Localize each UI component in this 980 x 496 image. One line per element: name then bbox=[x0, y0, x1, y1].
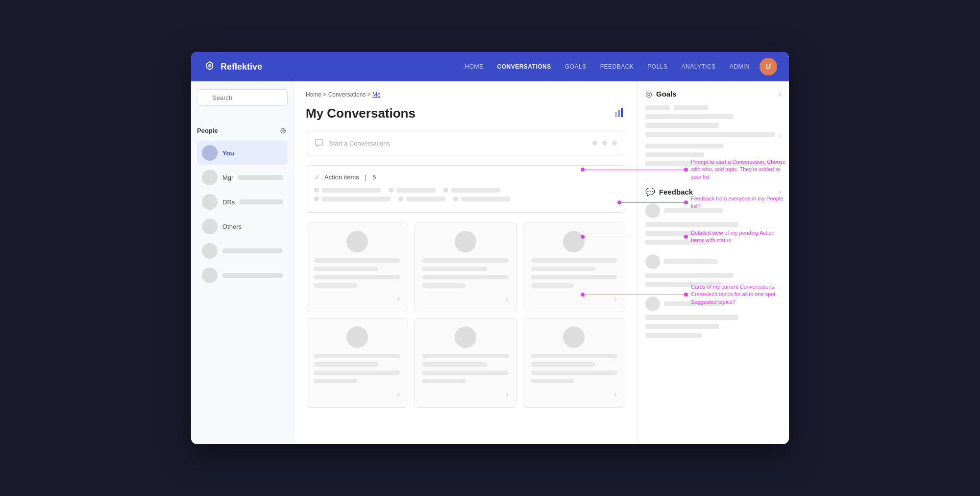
feedback-lines bbox=[645, 203, 781, 338]
conv-card-5[interactable]: › bbox=[414, 318, 516, 408]
chevron-right-icon: › bbox=[506, 294, 509, 304]
content-area: Home > Conversations > Me My Conversatio… bbox=[294, 81, 789, 444]
action-ph-1 bbox=[322, 188, 381, 193]
card-line bbox=[422, 379, 466, 383]
sidebar-item-mgr[interactable]: Mgr bbox=[197, 166, 288, 189]
card-avatar-5 bbox=[455, 326, 476, 348]
avatar[interactable]: U bbox=[760, 58, 777, 75]
card-footer-2: › bbox=[422, 294, 508, 304]
chat-bubble-icon bbox=[314, 138, 324, 148]
breadcrumb-home[interactable]: Home bbox=[306, 91, 321, 98]
card-line bbox=[531, 362, 595, 367]
goals-row-2: › bbox=[645, 132, 781, 140]
action-ph-5 bbox=[406, 197, 445, 201]
conv-card-2[interactable]: › bbox=[414, 223, 516, 312]
card-avatar-1 bbox=[346, 231, 368, 252]
goals-arrow-icon[interactable]: › bbox=[779, 90, 781, 99]
add-people-button[interactable]: ⊕ bbox=[278, 125, 288, 135]
feedback-ph-3 bbox=[645, 231, 724, 236]
sidebar-item-others-label: Others bbox=[222, 223, 242, 230]
card-line bbox=[531, 258, 617, 263]
action-ph-4 bbox=[322, 197, 391, 201]
search-wrapper: 🔍 bbox=[197, 89, 288, 116]
chevron-right-icon: › bbox=[397, 389, 400, 399]
conv-card-1[interactable]: › bbox=[306, 223, 408, 312]
action-ph-2 bbox=[396, 188, 436, 193]
feedback-avatar-3 bbox=[645, 297, 660, 311]
start-conversation-bar[interactable]: Start a Conversations bbox=[306, 131, 625, 155]
sidebar-item-drs[interactable]: DRs bbox=[197, 190, 288, 214]
goals-ph-2 bbox=[674, 105, 708, 110]
sidebar-item-extra1[interactable] bbox=[197, 239, 288, 263]
goals-ph-5 bbox=[645, 132, 775, 137]
feedback-ph-6 bbox=[645, 273, 734, 278]
sidebar-item-extra2[interactable] bbox=[197, 264, 288, 287]
goals-row-1 bbox=[645, 105, 781, 110]
cards-grid: › › bbox=[306, 223, 625, 408]
breadcrumb-current[interactable]: Me bbox=[372, 91, 381, 98]
feedback-ph-8 bbox=[664, 301, 725, 306]
page-title: My Conversations bbox=[306, 106, 416, 121]
goals-ph-8 bbox=[645, 161, 775, 166]
feedback-row-3 bbox=[645, 297, 781, 311]
feedback-arrow-icon[interactable]: › bbox=[779, 188, 781, 197]
drs-placeholder bbox=[240, 199, 283, 204]
goals-ph-1 bbox=[645, 105, 670, 110]
goals-ph-7 bbox=[645, 152, 704, 157]
goals-icon: ◎ bbox=[645, 89, 652, 99]
nav-analytics[interactable]: ANALYTICS bbox=[682, 63, 716, 70]
check-circle-icon: ✓ bbox=[314, 173, 320, 182]
top-nav: Reflektive HOME CONVERSATIONS GOALS FEED… bbox=[191, 52, 789, 81]
nav-home[interactable]: HOME bbox=[465, 63, 483, 70]
page-header: My Conversations bbox=[306, 106, 625, 121]
card-line bbox=[314, 258, 400, 263]
card-avatar-2 bbox=[455, 231, 476, 252]
nav-polls[interactable]: POLLS bbox=[647, 63, 667, 70]
card-line bbox=[531, 267, 595, 271]
main-panel: Home > Conversations > Me My Conversatio… bbox=[294, 81, 637, 444]
nav-goals[interactable]: GOALS bbox=[565, 63, 587, 70]
avatar-mgr bbox=[202, 170, 218, 185]
sidebar-item-you[interactable]: You bbox=[197, 141, 288, 165]
action-item-5 bbox=[398, 197, 445, 201]
action-items-count: 5 bbox=[372, 174, 376, 181]
feedback-ph-9 bbox=[645, 315, 738, 320]
nav-admin[interactable]: ADMIN bbox=[730, 63, 750, 70]
feedback-icon: 💬 bbox=[645, 187, 655, 197]
conv-card-6[interactable]: › bbox=[523, 318, 625, 408]
card-avatar-4 bbox=[346, 326, 368, 348]
card-line bbox=[422, 258, 508, 263]
card-lines-3 bbox=[531, 258, 617, 288]
nav-feedback[interactable]: FEEDBACK bbox=[600, 63, 634, 70]
feedback-ph-2 bbox=[645, 222, 738, 227]
sidebar-item-drs-label: DRs bbox=[222, 198, 235, 206]
goals-chevron: › bbox=[779, 132, 781, 140]
card-line bbox=[314, 362, 378, 367]
action-row-1 bbox=[314, 188, 617, 193]
people-label: People bbox=[197, 127, 218, 134]
card-line bbox=[422, 354, 508, 358]
people-header: People ⊕ bbox=[197, 125, 288, 135]
sidebar-item-others[interactable]: Others bbox=[197, 215, 288, 238]
action-item-4 bbox=[314, 197, 391, 201]
goals-ph-6 bbox=[645, 144, 724, 149]
card-line bbox=[531, 275, 617, 279]
avatar-extra2 bbox=[202, 268, 218, 283]
goals-row-3: › bbox=[645, 161, 781, 169]
chart-icon[interactable] bbox=[614, 107, 625, 120]
feedback-ph-11 bbox=[645, 333, 702, 338]
feedback-row-1 bbox=[645, 203, 781, 218]
avatar-others bbox=[202, 219, 218, 234]
goals-ph-4 bbox=[645, 123, 719, 128]
sidebar-item-mgr-label: Mgr bbox=[222, 174, 233, 181]
card-line bbox=[314, 283, 357, 288]
nav-conversations[interactable]: CONVERSATIONS bbox=[497, 63, 551, 70]
chevron-right-icon: › bbox=[614, 389, 617, 399]
card-line bbox=[314, 379, 357, 383]
conv-card-4[interactable]: › bbox=[306, 318, 408, 408]
logo-area: Reflektive bbox=[203, 60, 262, 74]
conv-card-3[interactable]: › bbox=[523, 223, 625, 312]
nav-links: HOME CONVERSATIONS GOALS FEEDBACK POLLS … bbox=[465, 63, 750, 70]
search-input[interactable] bbox=[197, 89, 288, 106]
breadcrumb-conversations[interactable]: Conversations bbox=[328, 91, 366, 98]
